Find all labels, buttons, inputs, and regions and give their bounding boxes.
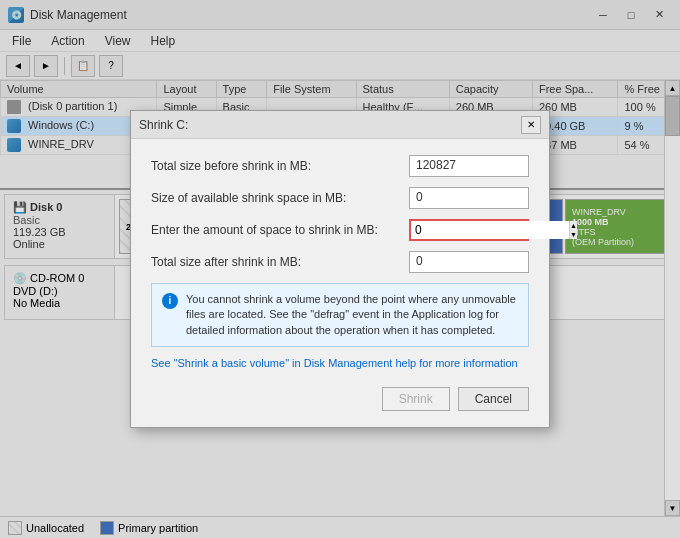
spinner-down-button[interactable]: ▼ — [570, 230, 577, 239]
shrink-dialog: Shrink C: ✕ Total size before shrink in … — [130, 110, 550, 428]
help-link[interactable]: See "Shrink a basic volume" in Disk Mana… — [151, 357, 529, 369]
dialog-body: Total size before shrink in MB: 120827 S… — [131, 139, 549, 427]
field-enter-label: Enter the amount of space to shrink in M… — [151, 223, 401, 237]
field-total-after: Total size after shrink in MB: 0 — [151, 251, 529, 273]
dialog-close-button[interactable]: ✕ — [521, 116, 541, 134]
field-total-before-label: Total size before shrink in MB: — [151, 159, 401, 173]
field-total-before: Total size before shrink in MB: 120827 — [151, 155, 529, 177]
field-total-after-label: Total size after shrink in MB: — [151, 255, 401, 269]
cancel-button[interactable]: Cancel — [458, 387, 529, 411]
dialog-title-bar: Shrink C: ✕ — [131, 111, 549, 139]
info-icon: i — [162, 293, 178, 309]
field-available-value: 0 — [409, 187, 529, 209]
spinner-buttons: ▲ ▼ — [569, 221, 577, 239]
field-total-before-value: 120827 — [409, 155, 529, 177]
dialog-title: Shrink C: — [139, 118, 188, 132]
shrink-button[interactable]: Shrink — [382, 387, 450, 411]
dialog-overlay: Shrink C: ✕ Total size before shrink in … — [0, 0, 680, 538]
field-enter-amount: Enter the amount of space to shrink in M… — [151, 219, 529, 241]
shrink-amount-input[interactable] — [411, 221, 569, 239]
info-text: You cannot shrink a volume beyond the po… — [186, 292, 518, 338]
field-available-label: Size of available shrink space in MB: — [151, 191, 401, 205]
info-box: i You cannot shrink a volume beyond the … — [151, 283, 529, 347]
field-enter-wrapper: ▲ ▼ — [409, 219, 529, 241]
spinner-up-button[interactable]: ▲ — [570, 221, 577, 230]
field-available: Size of available shrink space in MB: 0 — [151, 187, 529, 209]
dialog-buttons: Shrink Cancel — [151, 383, 529, 411]
field-total-after-value: 0 — [409, 251, 529, 273]
